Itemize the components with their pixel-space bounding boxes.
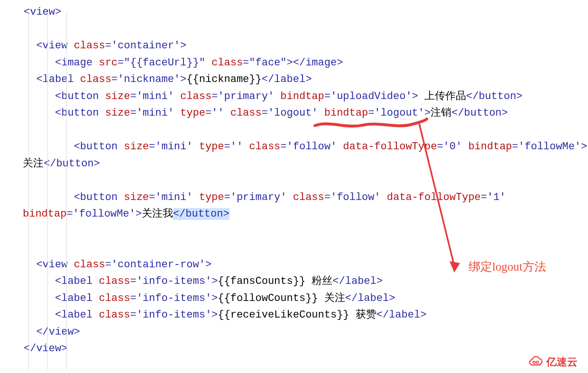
code-line[interactable]: </view> [0, 340, 586, 357]
code-line[interactable]: <button size='mini' type='primary' class… [0, 189, 586, 206]
code-editor[interactable]: <view> <view class='container'> <image s… [0, 4, 586, 357]
code-line[interactable]: </view> [0, 324, 586, 341]
indent-guide [66, 12, 67, 370]
code-line[interactable] [0, 239, 586, 256]
code-line[interactable] [0, 223, 586, 240]
watermark: 亿速云 [527, 354, 578, 371]
code-line[interactable]: <view class='container'> [0, 37, 586, 55]
code-line[interactable]: 关注</button> [0, 155, 586, 173]
indent-guide [47, 12, 48, 370]
code-line[interactable]: <label class='info-items'>{{fansCounts}}… [0, 273, 586, 290]
indent-guide [28, 12, 29, 370]
cloud-logo-icon [527, 356, 543, 367]
code-line[interactable]: <button size='mini' type='' class='follo… [0, 138, 586, 155]
code-line[interactable] [0, 122, 586, 139]
code-line[interactable]: bindtap='followMe'>关注我</button> [0, 206, 586, 223]
watermark-text: 亿速云 [546, 354, 578, 371]
code-line[interactable] [0, 172, 586, 189]
code-line[interactable]: <view class='container-row'> [0, 256, 586, 273]
svg-point-3 [536, 361, 539, 364]
code-line[interactable]: <button size='mini' class='primary' bind… [0, 88, 586, 105]
code-line[interactable]: <button size='mini' type='' class='logou… [0, 105, 586, 122]
code-line[interactable]: <label class='nickname'>{{nickname}}</la… [0, 71, 586, 88]
svg-point-2 [533, 361, 535, 364]
code-line[interactable] [0, 21, 586, 38]
code-line[interactable]: <label class='info-items'>{{receiveLikeC… [0, 307, 586, 324]
code-line[interactable]: <image src="{{faceUrl}}" class="face"></… [0, 55, 586, 72]
code-line[interactable]: <view> [0, 4, 586, 21]
code-line[interactable]: <label class='info-items'>{{followCounts… [0, 290, 586, 307]
